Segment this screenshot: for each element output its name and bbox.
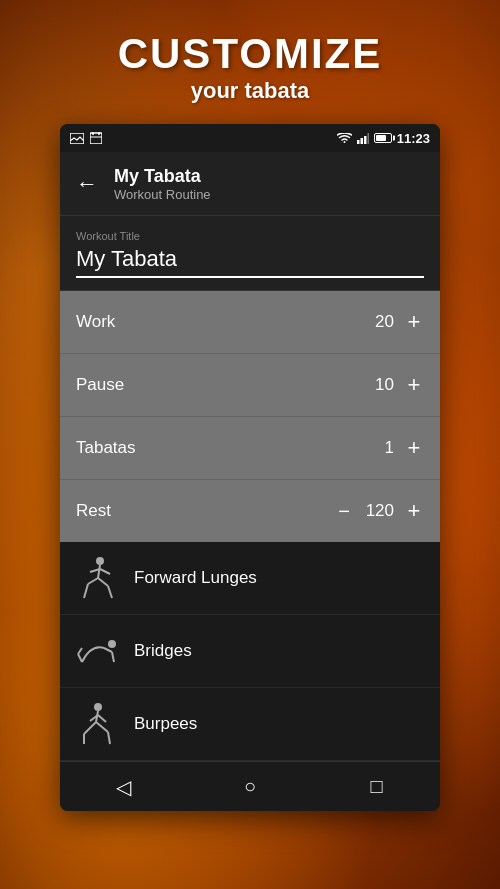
exercise-name-lunges: Forward Lunges	[134, 568, 257, 588]
settings-plus-pause[interactable]: +	[404, 372, 424, 398]
signal-icon	[357, 133, 369, 144]
svg-line-10	[98, 565, 100, 578]
lunge-figure-icon	[80, 556, 116, 600]
svg-line-11	[98, 578, 108, 586]
settings-row-rest: Rest − 120 +	[60, 480, 440, 542]
exercise-icon-lunges	[76, 556, 120, 600]
settings-value-work: 20	[364, 312, 394, 332]
exercise-icon-bridges	[76, 629, 120, 673]
settings-minus-rest[interactable]: −	[334, 500, 354, 523]
phone-frame: 11:23 ← My Tabata Workout Routine Workou…	[60, 124, 440, 811]
status-bar: 11:23	[60, 124, 440, 152]
svg-point-22	[94, 703, 102, 711]
svg-line-13	[88, 578, 98, 584]
svg-line-15	[100, 569, 110, 574]
settings-controls-tabatas: 1 +	[364, 435, 424, 461]
svg-rect-5	[357, 140, 360, 144]
app-bar-title-block: My Tabata Workout Routine	[114, 166, 211, 202]
settings-controls-pause: 10 +	[364, 372, 424, 398]
settings-plus-rest[interactable]: +	[404, 498, 424, 524]
app-bar-subtitle: Workout Routine	[114, 187, 211, 202]
back-button[interactable]: ←	[76, 173, 98, 195]
settings-controls-rest: − 120 +	[334, 498, 424, 524]
svg-point-9	[96, 557, 104, 565]
svg-line-18	[78, 654, 82, 662]
svg-line-14	[84, 584, 88, 598]
settings-value-pause: 10	[364, 375, 394, 395]
wifi-icon	[337, 133, 352, 144]
svg-rect-8	[367, 133, 369, 144]
customize-title: CUSTOMIZE	[0, 30, 500, 78]
settings-label-work: Work	[76, 312, 115, 332]
exercise-section: Forward Lunges Bridges	[60, 542, 440, 761]
exercise-row-bridges[interactable]: Bridges	[60, 615, 440, 688]
exercise-icon-burpees	[76, 702, 120, 746]
svg-rect-1	[90, 133, 102, 144]
nav-back-button[interactable]: ◁	[98, 767, 148, 807]
workout-title-section: Workout Title	[60, 216, 440, 291]
settings-section: Work 20 + Pause 10 + Tabatas 1 + Rest −	[60, 291, 440, 542]
header-subtitle: your tabata	[0, 78, 500, 104]
svg-line-20	[104, 648, 112, 652]
settings-row-tabatas: Tabatas 1 +	[60, 417, 440, 480]
image-status-icon	[70, 133, 84, 144]
app-bar: ← My Tabata Workout Routine	[60, 152, 440, 216]
svg-line-28	[98, 715, 106, 722]
svg-line-24	[84, 722, 96, 734]
settings-controls-work: 20 +	[364, 309, 424, 335]
battery-icon	[374, 133, 392, 143]
svg-line-19	[78, 648, 82, 654]
svg-line-27	[108, 732, 110, 744]
settings-label-tabatas: Tabatas	[76, 438, 136, 458]
exercise-name-burpees: Burpees	[134, 714, 197, 734]
settings-row-work: Work 20 +	[60, 291, 440, 354]
status-right: 11:23	[337, 131, 430, 146]
svg-line-21	[112, 652, 114, 662]
status-time: 11:23	[397, 131, 430, 146]
svg-rect-7	[364, 136, 367, 144]
app-bar-title: My Tabata	[114, 166, 211, 187]
burpee-figure-icon	[80, 702, 116, 746]
svg-rect-6	[360, 138, 363, 144]
svg-point-17	[108, 640, 116, 648]
settings-plus-work[interactable]: +	[404, 309, 424, 335]
status-left	[70, 132, 102, 144]
exercise-name-bridges: Bridges	[134, 641, 192, 661]
workout-title-label: Workout Title	[76, 230, 424, 242]
workout-title-input[interactable]	[76, 246, 424, 278]
nav-bar: ◁ ○ □	[60, 761, 440, 811]
nav-home-button[interactable]: ○	[225, 767, 275, 807]
settings-label-rest: Rest	[76, 501, 111, 521]
exercise-row-lunges[interactable]: Forward Lunges	[60, 542, 440, 615]
settings-value-tabatas: 1	[364, 438, 394, 458]
settings-plus-tabatas[interactable]: +	[404, 435, 424, 461]
svg-line-12	[108, 586, 112, 598]
bridge-figure-icon	[76, 636, 120, 666]
svg-line-26	[96, 722, 108, 732]
header-section: CUSTOMIZE your tabata	[0, 0, 500, 124]
settings-row-pause: Pause 10 +	[60, 354, 440, 417]
exercise-row-burpees[interactable]: Burpees	[60, 688, 440, 761]
settings-label-pause: Pause	[76, 375, 124, 395]
nav-recent-button[interactable]: □	[352, 767, 402, 807]
settings-value-rest: 120	[364, 501, 394, 521]
calendar-status-icon	[90, 132, 102, 144]
